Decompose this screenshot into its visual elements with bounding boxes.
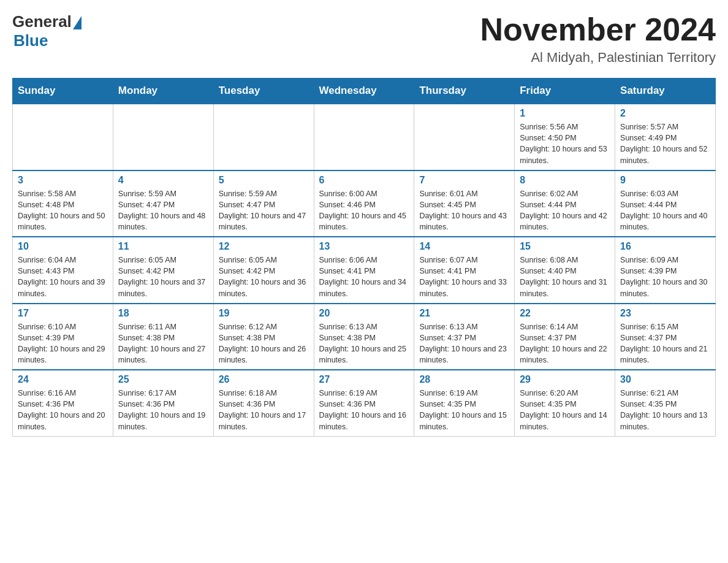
calendar-header-sunday: Sunday — [13, 79, 113, 104]
day-number: 18 — [118, 308, 208, 319]
day-number: 28 — [419, 374, 509, 385]
calendar-header-wednesday: Wednesday — [314, 79, 414, 104]
day-number: 16 — [620, 241, 710, 252]
day-number: 4 — [118, 175, 208, 186]
calendar-cell: 8Sunrise: 6:02 AM Sunset: 4:44 PM Daylig… — [515, 170, 615, 237]
day-info: Sunrise: 6:04 AM Sunset: 4:43 PM Dayligh… — [18, 255, 108, 299]
week-row-3: 10Sunrise: 6:04 AM Sunset: 4:43 PM Dayli… — [13, 237, 716, 304]
calendar-cell: 24Sunrise: 6:16 AM Sunset: 4:36 PM Dayli… — [13, 370, 113, 436]
day-number: 26 — [219, 374, 309, 385]
day-info: Sunrise: 6:16 AM Sunset: 4:36 PM Dayligh… — [18, 388, 108, 432]
calendar-cell: 30Sunrise: 6:21 AM Sunset: 4:35 PM Dayli… — [615, 370, 716, 436]
calendar-header-monday: Monday — [113, 79, 213, 104]
calendar-cell: 15Sunrise: 6:08 AM Sunset: 4:40 PM Dayli… — [515, 237, 615, 304]
calendar-cell: 9Sunrise: 6:03 AM Sunset: 4:44 PM Daylig… — [615, 170, 716, 237]
day-info: Sunrise: 5:59 AM Sunset: 4:47 PM Dayligh… — [219, 188, 309, 233]
day-info: Sunrise: 6:18 AM Sunset: 4:36 PM Dayligh… — [219, 388, 309, 432]
day-number: 20 — [319, 308, 409, 319]
day-info: Sunrise: 6:13 AM Sunset: 4:38 PM Dayligh… — [319, 321, 409, 366]
day-number: 27 — [319, 374, 409, 385]
calendar-cell: 6Sunrise: 6:00 AM Sunset: 4:46 PM Daylig… — [314, 170, 414, 237]
day-info: Sunrise: 6:05 AM Sunset: 4:42 PM Dayligh… — [118, 255, 208, 299]
day-info: Sunrise: 5:57 AM Sunset: 4:49 PM Dayligh… — [620, 121, 710, 166]
day-number: 19 — [219, 308, 309, 319]
calendar-cell — [314, 104, 414, 170]
day-number: 30 — [620, 374, 710, 385]
calendar-header-saturday: Saturday — [615, 79, 716, 104]
day-info: Sunrise: 6:01 AM Sunset: 4:45 PM Dayligh… — [419, 188, 509, 233]
calendar-header-tuesday: Tuesday — [213, 79, 314, 104]
day-info: Sunrise: 5:58 AM Sunset: 4:48 PM Dayligh… — [18, 188, 108, 233]
day-number: 17 — [18, 308, 108, 319]
calendar-cell — [113, 104, 213, 170]
calendar-cell — [414, 104, 515, 170]
day-info: Sunrise: 6:08 AM Sunset: 4:40 PM Dayligh… — [520, 255, 610, 299]
day-info: Sunrise: 6:00 AM Sunset: 4:46 PM Dayligh… — [319, 188, 409, 233]
day-number: 9 — [620, 175, 710, 186]
page-header: General Blue November 2024 Al Midyah, Pa… — [12, 12, 716, 66]
calendar-cell — [213, 104, 314, 170]
day-info: Sunrise: 6:03 AM Sunset: 4:44 PM Dayligh… — [620, 188, 710, 233]
day-number: 14 — [419, 241, 509, 252]
logo-blue-text: Blue — [13, 31, 48, 50]
calendar-cell: 1Sunrise: 5:56 AM Sunset: 4:50 PM Daylig… — [515, 104, 615, 170]
calendar-cell: 14Sunrise: 6:07 AM Sunset: 4:41 PM Dayli… — [414, 237, 515, 304]
day-number: 10 — [18, 241, 108, 252]
calendar-cell: 25Sunrise: 6:17 AM Sunset: 4:36 PM Dayli… — [113, 370, 213, 436]
logo-top: General — [12, 12, 82, 31]
day-info: Sunrise: 6:06 AM Sunset: 4:41 PM Dayligh… — [319, 255, 409, 299]
day-number: 8 — [520, 175, 610, 186]
day-number: 15 — [520, 241, 610, 252]
day-number: 5 — [219, 175, 309, 186]
calendar-cell: 21Sunrise: 6:13 AM Sunset: 4:37 PM Dayli… — [414, 304, 515, 370]
calendar-cell: 17Sunrise: 6:10 AM Sunset: 4:39 PM Dayli… — [13, 304, 113, 370]
calendar-cell: 7Sunrise: 6:01 AM Sunset: 4:45 PM Daylig… — [414, 170, 515, 237]
calendar-cell: 13Sunrise: 6:06 AM Sunset: 4:41 PM Dayli… — [314, 237, 414, 304]
month-title: November 2024 — [480, 12, 716, 47]
calendar-cell: 11Sunrise: 6:05 AM Sunset: 4:42 PM Dayli… — [113, 237, 213, 304]
calendar-header-thursday: Thursday — [414, 79, 515, 104]
calendar-cell: 5Sunrise: 5:59 AM Sunset: 4:47 PM Daylig… — [213, 170, 314, 237]
day-info: Sunrise: 6:10 AM Sunset: 4:39 PM Dayligh… — [18, 321, 108, 366]
calendar-cell: 4Sunrise: 5:59 AM Sunset: 4:47 PM Daylig… — [113, 170, 213, 237]
day-info: Sunrise: 6:05 AM Sunset: 4:42 PM Dayligh… — [219, 255, 309, 299]
day-number: 25 — [118, 374, 208, 385]
day-number: 23 — [620, 308, 710, 319]
day-number: 11 — [118, 241, 208, 252]
day-number: 21 — [419, 308, 509, 319]
day-info: Sunrise: 6:09 AM Sunset: 4:39 PM Dayligh… — [620, 255, 710, 299]
calendar-header-row: SundayMondayTuesdayWednesdayThursdayFrid… — [13, 79, 716, 104]
logo: General Blue — [12, 12, 82, 50]
day-number: 22 — [520, 308, 610, 319]
day-number: 3 — [18, 175, 108, 186]
calendar-cell: 19Sunrise: 6:12 AM Sunset: 4:38 PM Dayli… — [213, 304, 314, 370]
day-info: Sunrise: 5:56 AM Sunset: 4:50 PM Dayligh… — [520, 121, 610, 166]
calendar-cell: 27Sunrise: 6:19 AM Sunset: 4:36 PM Dayli… — [314, 370, 414, 436]
calendar-header-friday: Friday — [515, 79, 615, 104]
day-number: 6 — [319, 175, 409, 186]
calendar-cell: 26Sunrise: 6:18 AM Sunset: 4:36 PM Dayli… — [213, 370, 314, 436]
week-row-2: 3Sunrise: 5:58 AM Sunset: 4:48 PM Daylig… — [13, 170, 716, 237]
calendar-cell: 10Sunrise: 6:04 AM Sunset: 4:43 PM Dayli… — [13, 237, 113, 304]
day-info: Sunrise: 6:17 AM Sunset: 4:36 PM Dayligh… — [118, 388, 208, 432]
day-info: Sunrise: 6:07 AM Sunset: 4:41 PM Dayligh… — [419, 255, 509, 299]
calendar-cell: 29Sunrise: 6:20 AM Sunset: 4:35 PM Dayli… — [515, 370, 615, 436]
day-number: 13 — [319, 241, 409, 252]
day-number: 29 — [520, 374, 610, 385]
day-number: 7 — [419, 175, 509, 186]
day-info: Sunrise: 6:15 AM Sunset: 4:37 PM Dayligh… — [620, 321, 710, 366]
day-number: 2 — [620, 108, 710, 119]
day-info: Sunrise: 6:13 AM Sunset: 4:37 PM Dayligh… — [419, 321, 509, 366]
week-row-5: 24Sunrise: 6:16 AM Sunset: 4:36 PM Dayli… — [13, 370, 716, 436]
week-row-1: 1Sunrise: 5:56 AM Sunset: 4:50 PM Daylig… — [13, 104, 716, 170]
day-number: 24 — [18, 374, 108, 385]
logo-general-text: General — [12, 12, 72, 31]
calendar-cell: 18Sunrise: 6:11 AM Sunset: 4:38 PM Dayli… — [113, 304, 213, 370]
calendar-cell: 23Sunrise: 6:15 AM Sunset: 4:37 PM Dayli… — [615, 304, 716, 370]
week-row-4: 17Sunrise: 6:10 AM Sunset: 4:39 PM Dayli… — [13, 304, 716, 370]
calendar-cell: 12Sunrise: 6:05 AM Sunset: 4:42 PM Dayli… — [213, 237, 314, 304]
day-info: Sunrise: 6:11 AM Sunset: 4:38 PM Dayligh… — [118, 321, 208, 366]
day-info: Sunrise: 6:19 AM Sunset: 4:36 PM Dayligh… — [319, 388, 409, 432]
calendar-cell: 16Sunrise: 6:09 AM Sunset: 4:39 PM Dayli… — [615, 237, 716, 304]
calendar-cell: 28Sunrise: 6:19 AM Sunset: 4:35 PM Dayli… — [414, 370, 515, 436]
